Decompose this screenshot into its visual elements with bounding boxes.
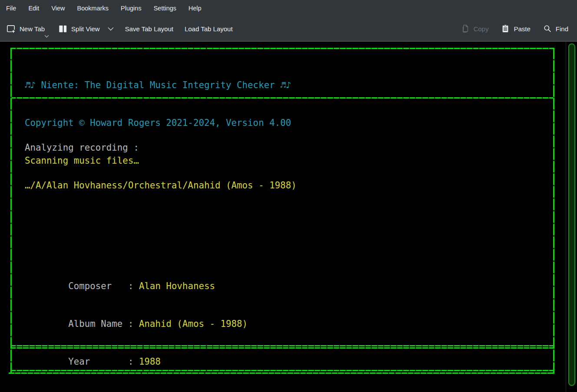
frame-right-border — [553, 48, 554, 374]
analysis-panel: Analyzing recording : …/A/Alan Hovhaness… — [25, 116, 297, 392]
load-tab-layout-button[interactable]: Load Tab Layout — [185, 25, 233, 33]
field-composer-value: Alan Hovhaness — [139, 281, 215, 291]
search-icon — [543, 24, 552, 33]
scrollbar-thumb[interactable] — [568, 43, 575, 386]
menu-bar: File Edit View Bookmarks Plugins Setting… — [0, 0, 577, 16]
recording-path: …/A/Alan Hovhaness/Orchestral/Anahid (Am… — [25, 179, 297, 192]
copy-label: Copy — [473, 25, 488, 33]
split-view-icon — [58, 24, 68, 34]
menu-item-help[interactable]: Help — [182, 0, 208, 16]
paste-label: Paste — [514, 25, 530, 33]
record-counter: Record 44 / 15618 — [25, 379, 150, 391]
menu-item-plugins[interactable]: Plugins — [115, 0, 148, 16]
header-box-top-border — [10, 48, 554, 49]
toolbar-right-group: Copy Paste Find — [452, 20, 577, 37]
frame-left-border — [10, 48, 12, 374]
new-tab-icon — [6, 24, 16, 34]
split-view-label: Split View — [71, 25, 100, 33]
find-button[interactable]: Find — [543, 20, 568, 37]
new-tab-button[interactable]: New Tab — [6, 20, 45, 37]
copy-button: Copy — [460, 20, 488, 37]
record-status-box: Record 44 / 15618 — [25, 353, 150, 392]
menu-item-edit[interactable]: Edit — [22, 0, 45, 16]
split-view-button[interactable]: Split View — [58, 20, 114, 37]
field-album-name-label: Album Name : — [68, 319, 139, 329]
menu-item-bookmarks[interactable]: Bookmarks — [71, 0, 115, 16]
analyzing-label: Analyzing recording : — [25, 142, 297, 154]
terminal-scrollbar[interactable] — [566, 42, 577, 392]
new-tab-label: New Tab — [20, 25, 45, 33]
field-album-name: Album Name : Anahid (Amos - 1988) — [25, 305, 297, 318]
menu-item-file[interactable]: File — [0, 0, 22, 16]
paste-button[interactable]: Paste — [501, 20, 530, 37]
field-album-name-value: Anahid (Amos - 1988) — [139, 319, 247, 329]
save-tab-layout-button[interactable]: Save Tab Layout — [125, 25, 173, 33]
menu-item-settings[interactable]: Settings — [148, 0, 182, 16]
menu-item-view[interactable]: View — [45, 0, 71, 16]
field-composer-label: Composer : — [68, 281, 139, 291]
copy-icon — [460, 24, 470, 33]
new-tab-caret-icon[interactable] — [44, 35, 49, 38]
field-composer: Composer : Alan Hovhaness — [25, 267, 297, 280]
split-view-chevron-icon[interactable] — [108, 27, 114, 31]
paste-icon — [501, 24, 510, 33]
terminal-view[interactable]: ♬♪ Niente: The Digital Music Integrity C… — [0, 42, 577, 392]
toolbar: New Tab Split View Save Tab Layout Load … — [0, 16, 577, 42]
app-title: ♬♪ Niente: The Digital Music Integrity C… — [25, 79, 291, 92]
find-label: Find — [556, 25, 568, 33]
